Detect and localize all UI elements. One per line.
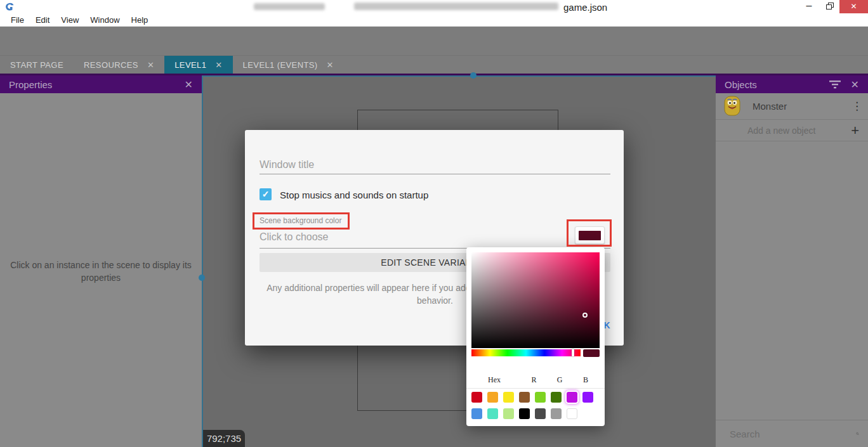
objects-panel-header: Objects ✕ [716, 75, 868, 93]
stop-music-label: Stop musics and sounds on startup [280, 190, 428, 200]
properties-panel-header: Properties ✕ [0, 75, 202, 93]
restore-icon [826, 4, 832, 10]
close-tab-icon[interactable]: ✕ [147, 60, 154, 70]
close-panel-icon[interactable]: ✕ [851, 79, 859, 91]
b-label: B [574, 375, 598, 385]
window-title-input-underline [260, 174, 610, 174]
window-title: game.json [563, 2, 607, 13]
palette-swatch[interactable] [535, 408, 546, 419]
palette-swatch[interactable] [567, 392, 577, 403]
picker-divider [466, 388, 605, 389]
hex-label: Hex [471, 375, 517, 385]
stop-music-checkbox[interactable] [260, 188, 272, 200]
menu-bar: File Edit View Window Help [0, 14, 868, 27]
close-tab-icon[interactable]: ✕ [327, 60, 334, 70]
gdevelop-logo-icon [4, 1, 15, 13]
palette-swatch[interactable] [535, 392, 546, 403]
panel-resize-handle[interactable] [199, 275, 205, 281]
gdevelop-window: game.json – ✕ File Edit View Window Help [0, 0, 868, 447]
search-input[interactable] [730, 429, 856, 439]
close-window-button[interactable]: ✕ [839, 0, 868, 13]
title-bar: game.json – ✕ [0, 0, 868, 14]
toolbar: 1:1 [0, 27, 868, 56]
tab-resources[interactable]: RESOURCES✕ [74, 56, 164, 74]
hue-slider-handle[interactable] [572, 349, 574, 356]
editor-tabs: START PAGE RESOURCES✕ LEVEL1✕ LEVEL1 (EV… [0, 56, 868, 74]
menu-view[interactable]: View [55, 15, 84, 25]
annotation-box-scene-background-label [253, 212, 350, 230]
close-panel-icon[interactable]: ✕ [185, 79, 193, 91]
properties-hint-text: Click on an instance in the scene to dis… [6, 259, 195, 284]
palette-swatch[interactable] [503, 392, 514, 403]
scene-background-color-field[interactable]: Click to choose [260, 231, 329, 243]
objects-search-row [716, 420, 868, 447]
palette-swatch[interactable] [471, 392, 482, 403]
palette-swatch[interactable] [487, 392, 498, 403]
g-label: G [549, 375, 570, 385]
palette-swatch[interactable] [567, 408, 577, 419]
panel-resize-handle[interactable] [470, 72, 477, 79]
r-label: R [522, 375, 546, 385]
hue-slider[interactable] [471, 349, 581, 356]
add-object-label: Add a new object [747, 126, 851, 136]
saturation-marker[interactable] [582, 313, 588, 318]
object-menu-icon[interactable]: ⋮ [852, 100, 860, 113]
window-title-field-label[interactable]: Window title [260, 159, 314, 171]
plus-icon: + [851, 122, 859, 139]
palette-swatch[interactable] [487, 408, 498, 419]
tab-start-page[interactable]: START PAGE [0, 56, 74, 74]
current-color-preview [583, 349, 600, 357]
annotation-box-color-swatch [567, 219, 612, 247]
tab-level1[interactable]: LEVEL1✕ [164, 56, 232, 74]
palette-swatch[interactable] [519, 392, 530, 403]
palette-swatch[interactable] [519, 408, 530, 419]
palette-swatch[interactable] [503, 408, 514, 419]
menu-window[interactable]: Window [84, 15, 125, 25]
saturation-area[interactable] [471, 252, 600, 348]
objects-panel-title: Objects [725, 79, 757, 90]
palette-swatch[interactable] [551, 408, 562, 419]
menu-edit[interactable]: Edit [30, 15, 55, 25]
menu-help[interactable]: Help [126, 15, 154, 25]
add-object-row[interactable]: Add a new object + [716, 120, 868, 141]
menu-file[interactable]: File [5, 15, 30, 25]
redacted-text [354, 3, 558, 10]
cursor-coordinates-badge: 792;735 [203, 430, 245, 447]
filter-icon[interactable] [829, 80, 841, 89]
object-name: Monster [753, 101, 840, 112]
monster-thumbnail [723, 96, 741, 117]
color-picker-popup: Hex R G B [466, 247, 605, 426]
palette-swatch[interactable] [471, 408, 482, 419]
restore-button[interactable] [820, 0, 839, 13]
redacted-text [254, 3, 325, 10]
minimize-button[interactable]: – [798, 0, 820, 13]
tab-level1-events[interactable]: LEVEL1 (EVENTS)✕ [233, 56, 344, 74]
palette-swatch[interactable] [551, 392, 562, 403]
object-list-item[interactable]: Monster ⋮ [716, 93, 868, 120]
properties-panel-title: Properties [9, 79, 52, 90]
close-tab-icon[interactable]: ✕ [215, 60, 222, 70]
search-icon [856, 427, 859, 440]
palette-swatch[interactable] [582, 392, 593, 403]
